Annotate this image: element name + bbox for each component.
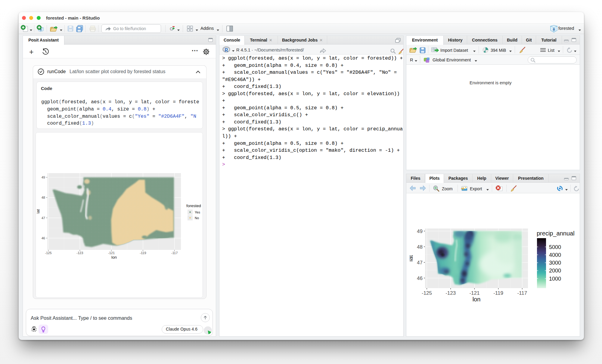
svg-text:lat: lat <box>36 209 40 214</box>
svg-text:1000: 1000 <box>549 276 561 282</box>
svg-text:49: 49 <box>417 229 423 234</box>
svg-text:48: 48 <box>417 244 423 250</box>
svg-text:-125: -125 <box>45 251 51 255</box>
svg-text:2000: 2000 <box>549 268 561 274</box>
svg-text:48: 48 <box>42 196 45 199</box>
svg-text:G: G <box>170 26 173 31</box>
svg-text:lon: lon <box>473 296 481 303</box>
svg-text:46: 46 <box>42 236 45 240</box>
svg-text:R: R <box>553 28 555 31</box>
svg-text:-123: -123 <box>445 290 456 296</box>
svg-text:49: 49 <box>42 176 45 179</box>
svg-text:47: 47 <box>42 216 45 220</box>
svg-text:-117: -117 <box>171 251 178 255</box>
svg-text:R: R <box>225 48 228 53</box>
svg-text:-123: -123 <box>76 251 83 255</box>
svg-text:47: 47 <box>417 260 423 266</box>
svg-text:lat: lat <box>410 255 414 262</box>
svg-text:-125: -125 <box>422 290 432 296</box>
svg-text:5000: 5000 <box>549 244 561 250</box>
svg-text:4000: 4000 <box>549 252 561 258</box>
svg-text:-121: -121 <box>469 290 479 296</box>
svg-text:46: 46 <box>417 275 423 281</box>
svg-text:-117: -117 <box>517 290 527 296</box>
svg-text:Yes: Yes <box>195 210 200 214</box>
svg-text:-119: -119 <box>493 290 503 296</box>
svg-text:3000: 3000 <box>549 260 561 266</box>
svg-text:precip_annual: precip_annual <box>537 230 575 237</box>
svg-text:No: No <box>195 216 199 220</box>
svg-text:lon: lon <box>111 255 117 260</box>
svg-text:forested: forested <box>186 204 201 208</box>
svg-text:-121: -121 <box>108 251 115 255</box>
svg-text:-119: -119 <box>140 251 146 255</box>
